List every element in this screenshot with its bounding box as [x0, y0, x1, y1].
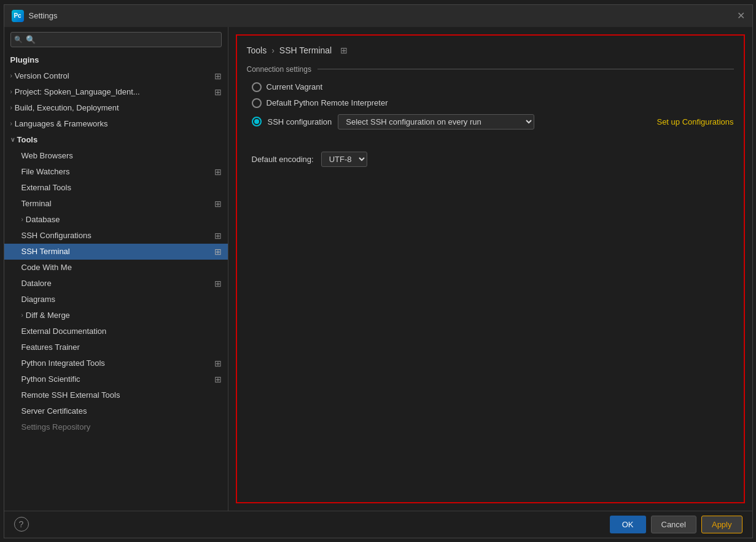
- sidebar-item-diagrams[interactable]: Diagrams: [4, 292, 228, 308]
- sidebar-item-plugins[interactable]: Plugins: [4, 52, 228, 68]
- radio-label-python: Default Python Remote Interpreter: [267, 98, 388, 107]
- sidebar-item-python-scientific[interactable]: Python Scientific ⊞: [4, 371, 228, 387]
- radio-circle-ssh: [252, 117, 262, 126]
- settings-icon: ⊞: [214, 87, 222, 97]
- breadcrumb-current: SSH Terminal: [279, 45, 332, 55]
- help-button[interactable]: ?: [14, 517, 29, 532]
- breadcrumb-settings-icon: ⊞: [340, 45, 348, 55]
- sidebar-item-database[interactable]: › Database: [4, 212, 228, 228]
- sidebar-item-features-trainer[interactable]: Features Trainer: [4, 339, 228, 355]
- settings-icon: ⊞: [214, 358, 222, 368]
- radio-label-ssh: SSH configuration: [268, 117, 332, 126]
- radio-group: Current Vagrant Default Python Remote In…: [247, 82, 734, 130]
- encoding-row: Default encoding: UTF-8: [247, 152, 734, 167]
- sidebar-item-diff-merge[interactable]: › Diff & Merge: [4, 308, 228, 323]
- sidebar-item-build-execution[interactable]: › Build, Execution, Deployment: [4, 100, 228, 116]
- setup-configurations-link[interactable]: Set up Configurations: [657, 117, 733, 126]
- settings-icon: ⊞: [214, 231, 222, 241]
- breadcrumb: Tools › SSH Terminal ⊞: [247, 45, 734, 55]
- sidebar-item-web-browsers[interactable]: Web Browsers: [4, 148, 228, 164]
- radio-ssh-config[interactable]: SSH configuration Select SSH configurati…: [252, 114, 734, 130]
- settings-icon: ⊞: [214, 199, 222, 209]
- settings-icon: ⊞: [214, 71, 222, 81]
- section-title: Connection settings: [247, 65, 734, 74]
- sidebar-item-python-integrated-tools[interactable]: Python Integrated Tools ⊞: [4, 355, 228, 371]
- sidebar-item-ssh-configurations[interactable]: SSH Configurations ⊞: [4, 228, 228, 244]
- sidebar-item-file-watchers[interactable]: File Watchers ⊞: [4, 164, 228, 180]
- window-title: Settings: [29, 11, 58, 20]
- sidebar-item-remote-ssh[interactable]: Remote SSH External Tools: [4, 387, 228, 403]
- search-box: [4, 27, 228, 52]
- sidebar-item-tools[interactable]: ∨ Tools: [4, 132, 228, 148]
- radio-label-vagrant: Current Vagrant: [267, 82, 323, 91]
- sidebar-item-settings-repository[interactable]: Settings Repository: [4, 419, 228, 435]
- footer-left: ?: [14, 517, 29, 532]
- footer: ? OK Cancel Apply: [4, 511, 752, 538]
- radio-circle-vagrant: [252, 82, 262, 92]
- title-bar-left: Pc Settings: [12, 10, 58, 22]
- breadcrumb-parent: Tools: [247, 45, 267, 55]
- sidebar-item-ssh-terminal[interactable]: SSH Terminal ⊞: [4, 244, 228, 260]
- close-button[interactable]: ✕: [737, 10, 745, 21]
- radio-default-python[interactable]: Default Python Remote Interpreter: [252, 98, 734, 108]
- sidebar-item-terminal[interactable]: Terminal ⊞: [4, 196, 228, 212]
- settings-icon: ⊞: [214, 167, 222, 177]
- sidebar-item-code-with-me[interactable]: Code With Me: [4, 260, 228, 276]
- search-input[interactable]: [10, 32, 222, 47]
- breadcrumb-arrow: ›: [271, 45, 275, 55]
- sidebar-item-datalore[interactable]: Datalore ⊞: [4, 276, 228, 292]
- sidebar-item-languages[interactable]: › Languages & Frameworks: [4, 116, 228, 132]
- radio-current-vagrant[interactable]: Current Vagrant: [252, 82, 734, 92]
- connection-settings-section: Connection settings Current Vagrant Defa…: [247, 65, 734, 130]
- ssh-config-dropdown[interactable]: Select SSH configuration on every run: [338, 114, 534, 130]
- title-bar: Pc Settings ✕: [4, 5, 752, 27]
- search-wrap: [10, 32, 222, 47]
- radio-circle-python: [252, 98, 262, 108]
- app-icon: Pc: [12, 10, 24, 22]
- sidebar-item-project[interactable]: › Project: Spoken_Language_Ident... ⊞: [4, 84, 228, 100]
- cancel-button[interactable]: Cancel: [651, 516, 696, 533]
- ok-button[interactable]: OK: [610, 516, 646, 533]
- sidebar-item-server-certificates[interactable]: Server Certificates: [4, 403, 228, 419]
- footer-right: OK Cancel Apply: [610, 516, 742, 533]
- sidebar: Plugins › Version Control ⊞ › Project: S…: [4, 27, 228, 511]
- apply-button[interactable]: Apply: [701, 516, 742, 533]
- encoding-dropdown[interactable]: UTF-8: [321, 152, 367, 167]
- settings-icon: ⊞: [214, 279, 222, 288]
- sidebar-item-external-documentation[interactable]: External Documentation: [4, 323, 228, 339]
- sidebar-item-version-control[interactable]: › Version Control ⊞: [4, 68, 228, 84]
- settings-window: Pc Settings ✕ Plugins › Version Control: [4, 4, 753, 538]
- sidebar-scroll[interactable]: Plugins › Version Control ⊞ › Project: S…: [4, 52, 228, 511]
- content-area: Plugins › Version Control ⊞ › Project: S…: [4, 27, 752, 511]
- main-panel: Tools › SSH Terminal ⊞ Connection settin…: [228, 27, 752, 511]
- panel-content: Tools › SSH Terminal ⊞ Connection settin…: [236, 34, 745, 503]
- settings-icon: ⊞: [214, 247, 222, 257]
- settings-icon: ⊞: [214, 374, 222, 384]
- sidebar-item-external-tools[interactable]: External Tools: [4, 180, 228, 196]
- encoding-label: Default encoding:: [252, 155, 314, 164]
